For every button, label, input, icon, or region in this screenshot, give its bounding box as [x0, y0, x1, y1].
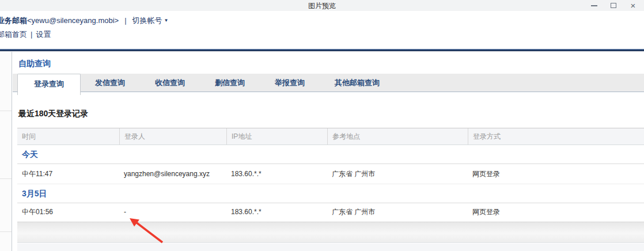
- mailbox-home-link[interactable]: 邮箱首页: [0, 30, 27, 39]
- account-header: 业务邮箱<yewu@silenceyang.mobi>|切换帐号▼ 邮箱首页|设…: [0, 16, 169, 40]
- page-title: 自助查询: [18, 59, 51, 69]
- cell-user: yangzhen@silenceyang.xyz: [119, 164, 226, 184]
- close-button[interactable]: ×: [623, 0, 643, 11]
- mailbox-address: <yewu@silenceyang.mobi>: [27, 16, 119, 25]
- tab-other-mailbox-query[interactable]: 其他邮箱查询: [326, 74, 388, 92]
- account-links: 邮箱首页|设置: [0, 29, 169, 40]
- mailbox-label: 业务邮箱: [0, 16, 27, 25]
- tab-receive-query[interactable]: 收信查询: [146, 74, 194, 92]
- chevron-down-icon: ▼: [164, 18, 169, 23]
- red-arrow-annotation: [122, 214, 169, 245]
- separator: |: [124, 16, 126, 25]
- column-header-location: 参考地点: [327, 128, 468, 144]
- divider: [0, 178, 12, 179]
- top-divider-bar: [0, 49, 644, 51]
- divider: [0, 111, 12, 111]
- minimize-icon: [591, 5, 597, 6]
- table-footer-bar: [17, 222, 644, 243]
- main-content: 自助查询 登录查询 发信查询 收信查询 删信查询 举报查询 其他邮箱查询 最近1…: [13, 52, 644, 251]
- settings-link[interactable]: 设置: [36, 30, 51, 39]
- column-header-time: 时间: [17, 128, 119, 144]
- links-separator: |: [31, 30, 32, 39]
- table-row: 中午01:56 - 183.60.*.* 广东省 广州市 网页登录: [17, 203, 644, 220]
- tab-report-query[interactable]: 举报查询: [266, 74, 313, 92]
- account-line: 业务邮箱<yewu@silenceyang.mobi>|切换帐号▼: [0, 16, 169, 26]
- maximize-button[interactable]: [604, 0, 623, 11]
- minimize-button[interactable]: [584, 0, 604, 11]
- sidebar-edge: [0, 52, 12, 251]
- cell-location: 广东省 广州市: [327, 164, 468, 184]
- cell-ip: 183.60.*.*: [226, 164, 327, 184]
- column-header-method: 登录方式: [468, 128, 644, 144]
- cell-time: 中午01:56: [17, 203, 119, 220]
- switch-account-link[interactable]: 切换帐号▼: [132, 16, 169, 25]
- records-title: 最近180天登录记录: [18, 109, 88, 119]
- window-titlebar: 图片预览: [0, 0, 644, 11]
- table-row: 中午11:47 yangzhen@silenceyang.xyz 183.60.…: [17, 164, 644, 184]
- window-controls: ×: [584, 0, 643, 11]
- cell-method: 网页登录: [468, 164, 644, 184]
- tab-delete-query[interactable]: 删信查询: [206, 74, 253, 92]
- tab-login-query[interactable]: 登录查询: [17, 74, 81, 95]
- image-preview-window: { "window": { "title": "图片预览", "controls…: [0, 0, 644, 251]
- column-header-user: 登录人: [119, 128, 226, 144]
- close-icon: ×: [631, 1, 636, 10]
- cell-ip: 183.60.*.*: [226, 203, 327, 220]
- login-records-table: 时间 登录人 IP地址 参考地点 登录方式 今天 中午11:47 yangzhe…: [17, 128, 644, 220]
- divider: [0, 231, 12, 232]
- date-group-march5: 3月5日: [17, 184, 644, 203]
- column-header-ip: IP地址: [226, 128, 327, 144]
- date-group-today: 今天: [17, 145, 644, 164]
- page-bottom-area: [17, 244, 644, 251]
- query-tabs: 登录查询 发信查询 收信查询 删信查询 举报查询 其他邮箱查询: [13, 74, 644, 92]
- table-header-row: 时间 登录人 IP地址 参考地点 登录方式: [17, 128, 644, 145]
- cell-method: 网页登录: [468, 203, 644, 220]
- tab-send-query[interactable]: 发信查询: [86, 74, 134, 92]
- maximize-icon: [611, 3, 616, 8]
- cell-time: 中午11:47: [17, 164, 119, 184]
- window-title: 图片预览: [0, 0, 644, 11]
- cell-location: 广东省 广州市: [327, 203, 468, 220]
